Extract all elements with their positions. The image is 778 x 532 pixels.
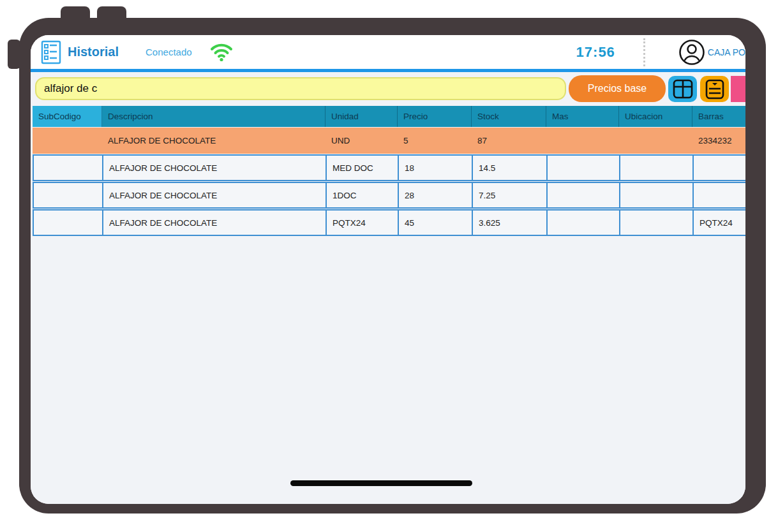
connection-status: Conectado (146, 47, 192, 57)
cell-ubicacion (620, 211, 694, 235)
cell-descripcion: ALFAJOR DE CHOCOLATE (102, 128, 325, 154)
cell-ubicacion (619, 128, 692, 154)
cell-subcodigo (34, 156, 103, 180)
top-bar: Historial Conectado 17:56 CAJA PO (31, 35, 745, 69)
table-row[interactable]: ALFAJOR DE CHOCOLATE1DOC287.25 (33, 182, 745, 209)
precios-base-button[interactable]: Precios base (570, 77, 664, 101)
grid-view-button[interactable] (668, 76, 697, 102)
clock: 17:56 (576, 44, 615, 61)
cell-unidad: MED DOC (327, 156, 399, 180)
cell-precio: 5 (398, 128, 472, 154)
table-row[interactable]: ALFAJOR DE CHOCOLATEMED DOC1814.5 (33, 154, 745, 181)
cell-barras (694, 156, 745, 180)
tablet-screen: Historial Conectado 17:56 CAJA PO (31, 35, 745, 504)
cell-stock: 87 (472, 128, 546, 154)
cell-mas (546, 128, 619, 154)
user-avatar-icon[interactable] (678, 39, 705, 66)
page: Historial Conectado 17:56 CAJA PO (0, 0, 778, 532)
search-input[interactable] (35, 77, 566, 100)
grid-view-icon (671, 78, 694, 100)
cell-barras: PQTX24 (694, 211, 745, 235)
column-header-precio[interactable]: Precio (398, 106, 472, 127)
cell-mas (548, 183, 620, 207)
cell-unidad: UND (325, 128, 398, 154)
cell-stock: 7.25 (473, 183, 548, 207)
vertical-dotted-divider (643, 38, 645, 66)
cell-stock: 14.5 (473, 156, 548, 180)
table-body: ALFAJOR DE CHOCOLATEUND5872334232ALFAJOR… (33, 128, 745, 236)
page-title: Historial (68, 45, 119, 59)
cell-precio: 28 (399, 183, 473, 207)
table-row[interactable]: ALFAJOR DE CHOCOLATEPQTX24453.625PQTX24 (33, 209, 745, 236)
checklist-icon (40, 40, 63, 65)
wifi-icon (210, 43, 233, 62)
cell-subcodigo (33, 128, 102, 154)
column-header-unidad[interactable]: Unidad (325, 106, 398, 127)
column-header-barras[interactable]: Barras (692, 106, 745, 127)
column-header-stock[interactable]: Stock (472, 106, 546, 127)
cell-subcodigo (34, 211, 103, 235)
cell-stock: 3.625 (473, 211, 548, 235)
cell-ubicacion (620, 156, 694, 180)
cell-mas (548, 211, 620, 235)
pink-action-button[interactable] (731, 76, 745, 102)
cell-precio: 45 (399, 211, 473, 235)
table-header-row: SubCodigoDescripcionUnidadPrecioStockMas… (33, 106, 745, 127)
column-header-descripcion[interactable]: Descripcion (102, 106, 325, 127)
cell-descripcion: ALFAJOR DE CHOCOLATE (103, 183, 327, 207)
list-view-icon (703, 78, 726, 100)
cell-descripcion: ALFAJOR DE CHOCOLATE (103, 211, 327, 235)
cell-barras: 2334232 (692, 128, 745, 154)
results-table: SubCodigoDescripcionUnidadPrecioStockMas… (33, 106, 745, 236)
cell-unidad: 1DOC (327, 183, 399, 207)
search-row: Precios base (31, 75, 745, 104)
column-header-mas[interactable]: Mas (546, 106, 619, 127)
list-view-button[interactable] (700, 76, 729, 102)
cell-mas (548, 156, 620, 180)
cell-subcodigo (34, 183, 103, 207)
tablet-side-button (8, 40, 20, 69)
column-header-ubicacion[interactable]: Ubicacion (619, 106, 692, 127)
cashier-name[interactable]: CAJA PO (708, 47, 745, 57)
content-area: Precios base (31, 72, 745, 504)
cell-barras (694, 183, 745, 207)
cell-unidad: PQTX24 (327, 211, 399, 235)
home-indicator[interactable] (290, 480, 472, 486)
cell-precio: 18 (399, 156, 473, 180)
column-header-subcodigo[interactable]: SubCodigo (33, 106, 102, 127)
table-row-selected[interactable]: ALFAJOR DE CHOCOLATEUND5872334232 (33, 128, 745, 154)
tablet-bezel: Historial Conectado 17:56 CAJA PO (19, 18, 766, 514)
cell-ubicacion (620, 183, 694, 207)
cell-descripcion: ALFAJOR DE CHOCOLATE (103, 156, 327, 180)
